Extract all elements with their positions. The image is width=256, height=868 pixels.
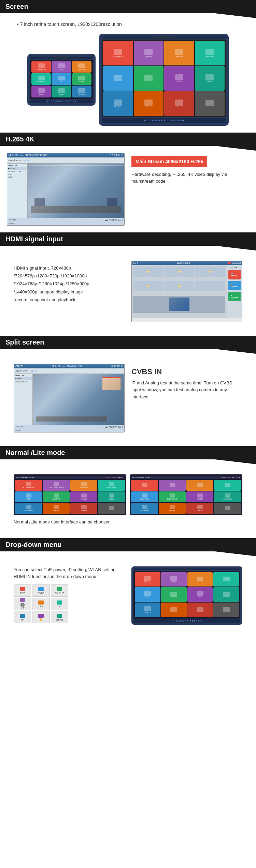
normal-screens: Multifunction Tester 2011-01-01 1:00:01 …: [14, 474, 242, 515]
split-titlebar: ONVIF Main Stream: 320x240 H264 8:36 AM …: [14, 364, 124, 368]
app-icon-8: Update: [52, 86, 71, 97]
hdmi-right: AB II 1920×1080p 🔴 3:33 AM 📁 📁 📁 📁 📁: [131, 261, 242, 322]
hdmi-content-wrapper: HDMI signal input, 720×480p /720×576p /1…: [0, 246, 256, 336]
lg-app-9: File Explorer: [103, 91, 133, 116]
dropdown-content-wrapper: You can select PoE power, IP setting, WL…: [0, 551, 256, 638]
hdmi-content-area: 📁 📁 📁 📁 📁 00:00⏺: [132, 265, 242, 318]
h265-title: H.265 4K: [5, 135, 34, 143]
h265-content: Main Stream: 4096×2160 H.265 8:39 AM ✕ L…: [0, 146, 256, 232]
dd-device-label: IP CAMERA TESTER: [133, 619, 240, 623]
ns2-app-1: [131, 480, 158, 491]
hdmi-folder-4: 📁: [133, 281, 163, 291]
screen-content: • 7 inch retina touch screen, 1920x1200r…: [0, 13, 256, 133]
hdmi-folder-2: 📁: [164, 267, 194, 277]
dropdown-section: Drop-down menu You can select PoE power,…: [0, 538, 256, 638]
ns2-app-6: Cable Search: [159, 491, 186, 502]
ns1-app-8: Update: [98, 491, 125, 502]
hdmi-content: HDMI signal input, 720×480p /720×576p /1…: [7, 254, 249, 329]
lg-app-12: [195, 91, 225, 116]
ns1-app-4: Media Player: [98, 480, 125, 491]
dd-app-4: [213, 572, 239, 587]
split-camera-view: [33, 374, 124, 425]
split-screens: Device List ▶ admin IP: 192.168.1.44: [14, 374, 124, 425]
app-icon-2: CVBS: [52, 61, 71, 73]
hdmi-title: HDMI signal input: [5, 235, 63, 243]
hdmi-sidebar: 00:00⏺ 📷 PHOTO 📸 Snapshot: [227, 265, 242, 318]
dropdown-left: You can select PoE power, IP setting, WL…: [14, 566, 125, 624]
ns1-app-1: IP Camera Test: [15, 480, 42, 491]
ns2-app-2: [159, 480, 186, 491]
app-icon-6: My APPS: [72, 73, 91, 85]
hdmi-folder-3: 📁: [195, 267, 225, 277]
lg-app-5: [103, 66, 133, 91]
ns2-title: Multifunction Tester: [132, 476, 150, 478]
onvif-logout[interactable]: Log Out: [23, 159, 30, 161]
h265-content-wrapper: Main Stream: 4096×2160 H.265 8:39 AM ✕ L…: [0, 146, 256, 232]
onvif-titlebar: Main Stream: 4096×2160 H.265 8:39 AM ✕: [7, 153, 124, 157]
split-logout[interactable]: Log Out: [30, 370, 37, 372]
small-device-mockup: IP Camera Test CVBS Cable Tester Media P…: [27, 54, 96, 106]
dd-app-8: [213, 587, 239, 602]
dropdown-layout: You can select PoE power, IP setting, WL…: [14, 566, 242, 625]
ns2-app-7: Point-IP: [186, 491, 213, 502]
h265-left: Main Stream: 4096×2160 H.265 8:39 AM ✕ L…: [7, 153, 125, 226]
app-icon-5: Tools: [52, 73, 71, 85]
lg-app-1: IP Camera Test: [103, 41, 133, 65]
dd-app-10: [161, 603, 187, 617]
onvif-bottom: A/I RoI% ▶▶ PTZ RTP doc ?: [7, 218, 124, 222]
h265-description: Hardware decoding, H .265, 4K video disp…: [131, 171, 249, 185]
onvif-statusbar: setting: [7, 222, 124, 225]
dd-app-11: [187, 603, 213, 617]
dropdown-device: IP Camera CVBS: [131, 566, 242, 625]
hdmi-playback-btn[interactable]: ▶ Playback: [228, 292, 241, 301]
dd-item-settings3: 📶: [32, 611, 49, 623]
split-bottom: A/I SyNo ▶▶ PTZ RTP GW ?: [14, 425, 124, 429]
dd-app-7: IP: [187, 587, 213, 602]
ns1-time: 2011-01-01 1:00:01: [106, 476, 124, 478]
hdmi-desc-line5: ,record, snapshot and playback: [14, 296, 125, 304]
cvbs-badge: CVBS IN: [131, 367, 242, 376]
normal-screen-1: Multifunction Tester 2011-01-01 1:00:01 …: [14, 474, 126, 515]
dd-device-screen: IP Camera CVBS: [133, 571, 240, 619]
lg-app-8: Update: [195, 66, 225, 91]
hdmi-section: HDMI signal input HDMI signal input, 720…: [0, 232, 256, 336]
ns1-app-3: Cable Tester: [70, 480, 97, 491]
app-icon-4: Media Player: [31, 73, 51, 85]
dd-app-2: CVBS: [161, 572, 187, 587]
hdmi-snapshot-btn[interactable]: 📸 Snapshot: [228, 281, 241, 290]
normal-content-wrapper: Multifunction Tester 2011-01-01 1:00:01 …: [0, 459, 256, 538]
screen-header: Screen: [0, 0, 256, 13]
ns1-app-6: My APPS: [43, 491, 70, 502]
hdmi-desc-line4: /1440×900p ,support display image: [14, 288, 125, 296]
hdmi-folder-5: 📁: [164, 281, 194, 291]
ns2-app-8: Network test: [214, 491, 241, 502]
hdmi-main-preview: [133, 296, 225, 313]
onvif-sidebar: Device List 1 ▶ admin IP: 192.168.1.44 C…: [7, 164, 28, 218]
dd-item-poe: POE: [14, 584, 31, 597]
split-time: 8:36 AM ✕: [111, 365, 123, 368]
ns1-app-7: Manual: [70, 491, 97, 502]
dropdown-header: Drop-down menu: [0, 538, 256, 551]
dd-item-settings1: 设置: [14, 598, 31, 610]
split-title-label: ONVIF: [15, 365, 23, 368]
dropdown-title: Drop-down menu: [5, 541, 61, 549]
main-stream-badge: Main Stream 4096x2160 H.265: [131, 156, 207, 167]
split-description: IP and Analog test at the same time. Tur…: [131, 380, 242, 401]
dd-item-lan: LAN: [32, 598, 49, 610]
dd-app-1: IP Camera: [135, 572, 160, 587]
h265-right: Main Stream 4096x2160 H.265 Hardware dec…: [131, 153, 249, 185]
split-title: Split screen: [5, 338, 44, 346]
ns2-app-4: [214, 480, 241, 491]
split-overlay-view: [102, 377, 121, 390]
split-sidebar: Device List ▶ admin IP: 192.168.1.44: [14, 374, 33, 425]
lg-app-2: CVBS & Hi: [134, 41, 164, 65]
hdmi-header: HDMI signal input: [0, 232, 256, 246]
split-header: Split screen: [0, 336, 256, 349]
hdmi-left: HDMI signal input, 720×480p /720×576p /1…: [14, 261, 125, 304]
lg-app-3: Cable Tester: [164, 41, 194, 65]
ns1-app-11: Themes: [70, 503, 97, 514]
hdmi-photo-btn[interactable]: 📷 PHOTO: [228, 270, 241, 279]
dd-item-wlan: WLAN: [51, 611, 68, 623]
dropdown-content: You can select PoE power, IP setting, WL…: [7, 560, 249, 631]
split-statusbar: setting: [14, 429, 124, 432]
